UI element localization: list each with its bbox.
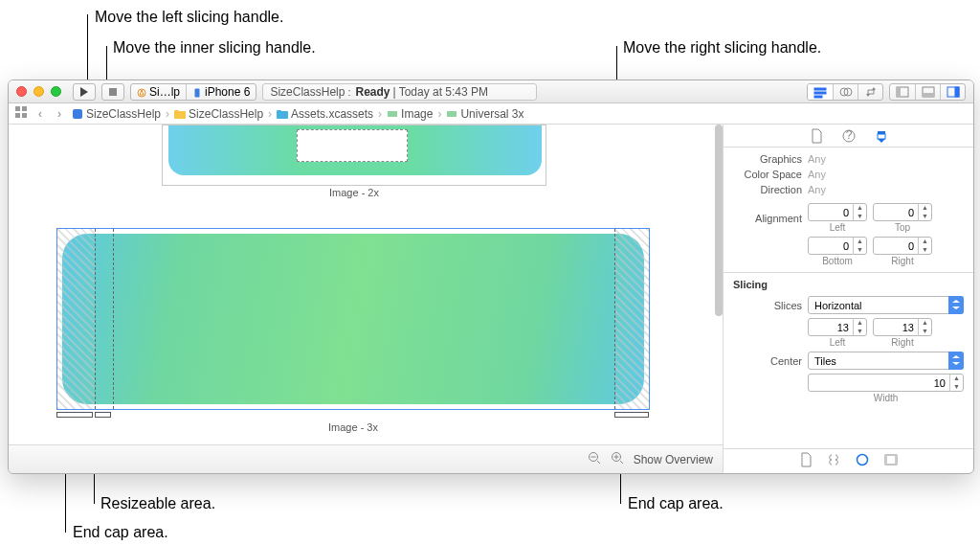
assistant-editor-button[interactable] (833, 84, 858, 100)
quick-help-tab[interactable]: ? (841, 128, 857, 144)
canvas-footer: Show Overview (9, 444, 723, 473)
show-overview-button[interactable]: Show Overview (634, 453, 713, 466)
slice-right-input[interactable] (874, 322, 918, 333)
media-library-tab[interactable] (884, 453, 898, 469)
zoom-in-icon[interactable] (611, 451, 624, 467)
callout-right-handle: Move the right slicing handle. (623, 39, 821, 57)
callout-end-cap-left: End cap area. (73, 524, 168, 541)
crumb-group[interactable]: SizeClassHelp (172, 107, 265, 121)
back-button[interactable]: ‹ (32, 107, 49, 121)
svg-rect-6 (814, 96, 822, 98)
svg-rect-38 (878, 134, 885, 139)
library-tabs (724, 448, 973, 473)
align-left-input[interactable] (809, 207, 853, 218)
align-right-input[interactable] (874, 240, 918, 252)
callout-left-handle: Move the left slicing handle. (95, 9, 283, 26)
inner-slicing-handle[interactable] (95, 412, 111, 418)
callout-inner-handle: Move the inner slicing handle. (113, 39, 316, 57)
object-library-tab[interactable] (856, 453, 869, 469)
crumb-asset-catalog[interactable]: Assets.xcassets (275, 107, 375, 121)
crumb-variant[interactable]: Universal 3x (444, 107, 525, 121)
activity-status[interactable]: SizeClassHelp: Ready | Today at 5:43 PM (262, 83, 536, 101)
canvas-scrollbar[interactable] (715, 125, 723, 316)
align-bottom-stepper[interactable]: ▲▼ (808, 237, 867, 255)
toggle-debug-button[interactable] (915, 84, 940, 100)
version-editor-button[interactable] (858, 84, 882, 100)
colorspace-label: Color Space (733, 169, 802, 180)
left-slicing-guide[interactable] (95, 229, 96, 409)
svg-rect-14 (923, 93, 934, 97)
close-button[interactable] (16, 86, 27, 97)
status-state: Ready (355, 85, 390, 99)
scheme-app-label: Si…lp (149, 85, 180, 99)
svg-rect-23 (174, 110, 179, 113)
slice-left-stepper[interactable]: ▲▼ (808, 318, 867, 336)
zoom-out-icon[interactable] (588, 451, 601, 467)
inspector-tabs: ? (724, 125, 973, 148)
svg-rect-19 (15, 113, 20, 118)
svg-rect-27 (447, 111, 457, 117)
run-button[interactable] (73, 83, 96, 101)
status-sep: | (393, 85, 396, 99)
left-slicing-handle[interactable] (56, 412, 93, 418)
align-bottom-input[interactable] (809, 240, 853, 252)
scheme-device-label: iPhone 6 (205, 85, 250, 99)
inner-slicing-guide[interactable] (113, 229, 114, 409)
direction-value[interactable]: Any (808, 184, 826, 195)
zoom-button[interactable] (51, 86, 61, 97)
graphics-value[interactable]: Any (808, 153, 826, 165)
toggle-navigator-button[interactable] (890, 84, 915, 100)
slice-left-input[interactable] (809, 322, 853, 333)
right-slicing-guide[interactable] (614, 229, 615, 409)
direction-label: Direction (733, 184, 802, 195)
editor-mode-group (807, 83, 883, 101)
image-3x-slicing-view[interactable] (56, 228, 650, 410)
align-left-stepper[interactable]: ▲▼ (808, 203, 867, 221)
center-select[interactable]: Tiles (808, 352, 964, 370)
jump-bar: ‹ › SizeClassHelp › SizeClassHelp › Asse… (9, 103, 973, 125)
width-stepper[interactable]: ▲▼ (808, 374, 964, 392)
align-right-stepper[interactable]: ▲▼ (873, 237, 932, 255)
device-icon (192, 87, 202, 97)
crumb-image[interactable]: Image (385, 107, 434, 121)
related-items-icon[interactable] (12, 106, 30, 121)
width-cap: Width (874, 393, 899, 403)
svg-marker-0 (80, 87, 88, 97)
app-icon (137, 87, 146, 97)
end-cap-left-overlay (57, 229, 95, 409)
inspector-panel: ? GraphicsAny Color SpaceAny DirectionAn… (723, 125, 973, 473)
center-label: Center (733, 355, 802, 367)
graphics-label: Graphics (733, 153, 802, 165)
forward-button[interactable]: › (51, 107, 68, 121)
standard-editor-button[interactable] (808, 84, 833, 100)
stop-button[interactable] (101, 83, 124, 101)
xcode-window: Si…lp iPhone 6 SizeClassHelp: Ready | To… (8, 79, 974, 474)
panel-toggle-group (889, 83, 966, 101)
svg-rect-12 (897, 87, 901, 97)
slices-label: Slices (733, 300, 802, 311)
titlebar: Si…lp iPhone 6 SizeClassHelp: Ready | To… (9, 80, 973, 103)
slices-select[interactable]: Horizontal (808, 296, 964, 314)
align-bottom-cap: Bottom (822, 256, 853, 266)
image-2x-thumbnail[interactable] (162, 125, 546, 186)
svg-rect-20 (22, 113, 27, 118)
status-time: Today at 5:43 PM (399, 85, 488, 99)
scheme-selector[interactable]: Si…lp iPhone 6 (130, 83, 256, 101)
svg-rect-3 (195, 88, 200, 97)
align-top-input[interactable] (874, 207, 918, 218)
right-slicing-handle[interactable] (614, 412, 649, 418)
file-template-library-tab[interactable] (800, 453, 812, 469)
minimize-button[interactable] (33, 86, 44, 97)
width-input[interactable] (809, 377, 949, 389)
callout-end-cap-right: End cap area. (628, 495, 724, 512)
code-snippet-library-tab[interactable] (827, 453, 840, 469)
slice-left-cap: Left (830, 337, 846, 348)
file-inspector-tab[interactable] (809, 128, 824, 144)
align-top-stepper[interactable]: ▲▼ (873, 203, 932, 221)
attributes-inspector-tab[interactable] (874, 128, 889, 144)
svg-rect-16 (955, 87, 959, 97)
slice-right-stepper[interactable]: ▲▼ (873, 318, 932, 336)
toggle-inspector-button[interactable] (940, 84, 965, 100)
colorspace-value[interactable]: Any (808, 169, 826, 180)
crumb-project[interactable]: SizeClassHelp (70, 107, 163, 121)
